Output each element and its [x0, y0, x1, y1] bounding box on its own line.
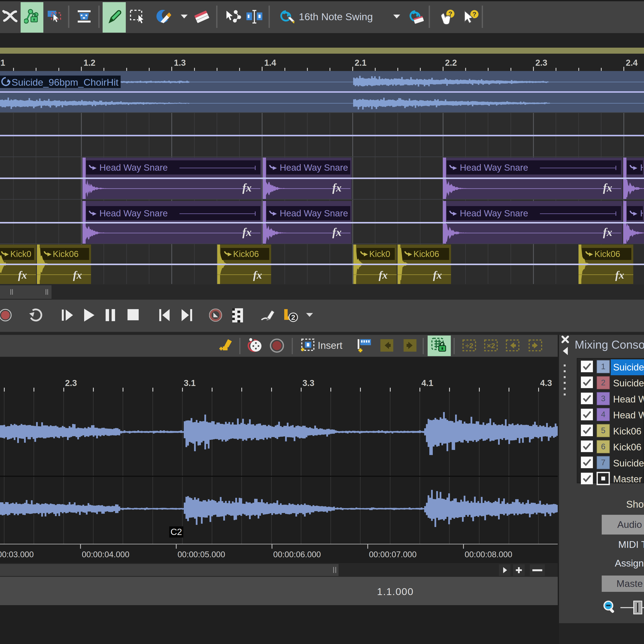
svg-text:2: 2 — [291, 313, 295, 321]
svg-text:×2: ×2 — [487, 342, 495, 350]
svg-text:?: ? — [472, 11, 476, 18]
svg-text:÷2: ÷2 — [465, 342, 473, 350]
